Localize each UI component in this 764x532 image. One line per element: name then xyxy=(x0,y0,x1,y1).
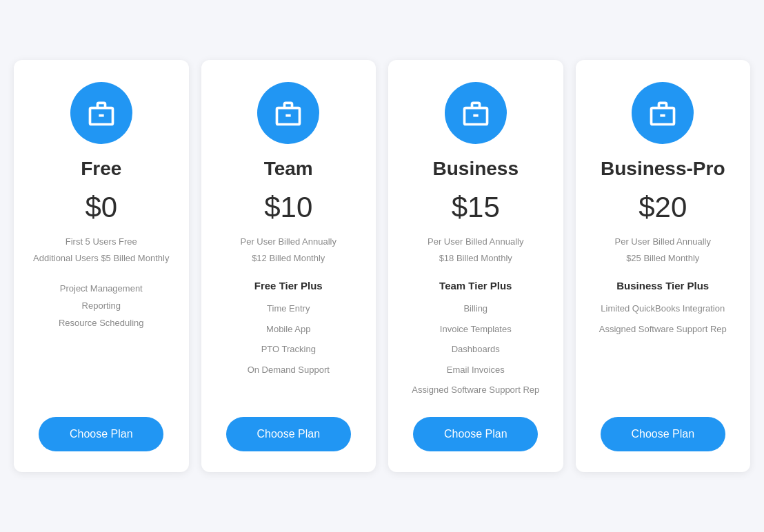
plan-price: $0 xyxy=(85,191,117,224)
plus-features-list: BillingInvoice TemplatesDashboardsEmail … xyxy=(402,298,550,400)
plan-price: $15 xyxy=(452,191,500,224)
choose-plan-button[interactable]: Choose Plan xyxy=(39,417,163,451)
plan-billing: Per User Billed Annually$18 Billed Month… xyxy=(428,234,523,266)
cta-wrapper: Choose Plan xyxy=(590,400,737,451)
pricing-card-free: Free$0First 5 Users FreeAdditional Users… xyxy=(14,60,189,471)
feature-item: Billing xyxy=(402,298,550,319)
plan-name: Team xyxy=(264,158,313,180)
base-features-list: Project ManagementReportingResource Sche… xyxy=(28,280,175,331)
plan-billing: First 5 Users FreeAdditional Users $5 Bi… xyxy=(33,234,169,266)
feature-item: PTO Tracking xyxy=(215,339,363,360)
feature-item: Invoice Templates xyxy=(402,319,550,340)
cta-wrapper: Choose Plan xyxy=(28,400,175,451)
feature-item: Assigned Software Support Rep xyxy=(590,319,737,340)
svg-rect-1 xyxy=(286,114,291,117)
feature-item: Time Entry xyxy=(215,298,363,319)
svg-rect-0 xyxy=(99,114,103,117)
feature-item: Dashboards xyxy=(402,339,550,360)
plus-features-list: Limited QuickBooks IntegrationAssigned S… xyxy=(590,298,737,339)
plan-price: $20 xyxy=(639,191,687,224)
features-section: Project ManagementReportingResource Sche… xyxy=(28,280,175,400)
feature-item: On Demand Support xyxy=(215,360,363,380)
briefcase-icon xyxy=(257,82,319,144)
plan-name: Free xyxy=(81,158,121,180)
briefcase-icon xyxy=(632,82,694,144)
features-section: Free Tier PlusTime EntryMobile AppPTO Tr… xyxy=(215,280,363,400)
svg-rect-2 xyxy=(473,114,478,117)
plan-billing: Per User Billed Annually$12 Billed Month… xyxy=(241,234,336,266)
tier-plus-label: Business Tier Plus xyxy=(616,280,709,291)
choose-plan-button[interactable]: Choose Plan xyxy=(601,417,725,451)
plus-features-list: Time EntryMobile AppPTO TrackingOn Deman… xyxy=(215,298,363,380)
feature-item: Mobile App xyxy=(215,319,363,340)
pricing-card-business: Business$15Per User Billed Annually$18 B… xyxy=(388,60,563,471)
pricing-card-business-pro: Business-Pro$20Per User Billed Annually$… xyxy=(576,60,751,471)
features-section: Business Tier PlusLimited QuickBooks Int… xyxy=(590,280,737,400)
plan-price: $10 xyxy=(264,191,312,224)
choose-plan-button[interactable]: Choose Plan xyxy=(413,417,538,451)
cta-wrapper: Choose Plan xyxy=(402,400,550,451)
pricing-container: Free$0First 5 Users FreeAdditional Users… xyxy=(14,60,750,471)
tier-plus-label: Team Tier Plus xyxy=(439,280,512,291)
pricing-card-team: Team$10Per User Billed Annually$12 Bille… xyxy=(201,60,376,471)
plan-name: Business-Pro xyxy=(601,158,725,180)
plan-billing: Per User Billed Annually$25 Billed Month… xyxy=(615,234,711,266)
briefcase-icon xyxy=(70,82,132,144)
feature-item: Limited QuickBooks Integration xyxy=(590,298,737,319)
tier-plus-label: Free Tier Plus xyxy=(254,280,323,291)
svg-rect-3 xyxy=(661,114,665,117)
features-section: Team Tier PlusBillingInvoice TemplatesDa… xyxy=(402,280,550,400)
cta-wrapper: Choose Plan xyxy=(215,400,363,451)
plan-name: Business xyxy=(433,158,519,180)
feature-item: Assigned Software Support Rep xyxy=(402,380,550,400)
choose-plan-button[interactable]: Choose Plan xyxy=(226,417,351,451)
feature-item: Project Management xyxy=(28,280,175,297)
feature-item: Reporting xyxy=(28,297,175,314)
feature-item: Email Invoices xyxy=(402,360,550,380)
briefcase-icon xyxy=(445,82,507,144)
feature-item: Resource Scheduling xyxy=(28,314,175,331)
